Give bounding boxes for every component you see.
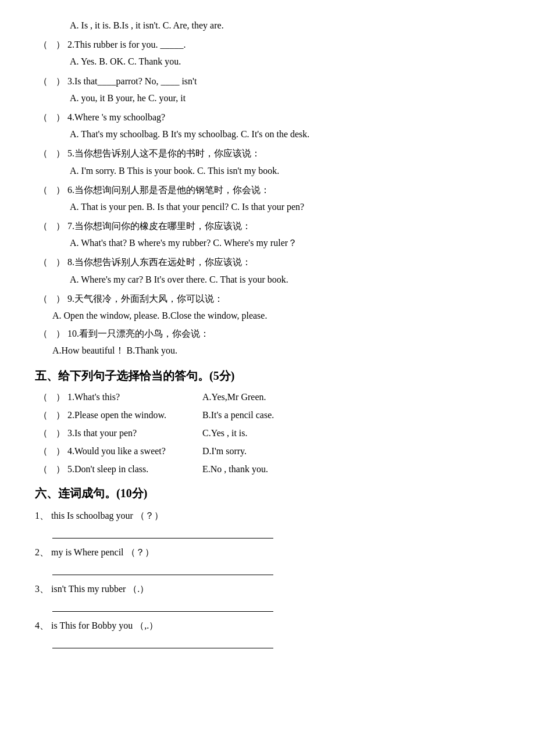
s5-q4-answer: D.I'm sorry.	[202, 443, 247, 459]
question-content-8: 当你想告诉别人东西在远处时，你应该说：	[74, 254, 251, 270]
s6-item4-num: 4、	[35, 621, 49, 630]
answer-text-2: A. Yes. B. OK. C. Thank you.	[70, 56, 181, 66]
s5-q2-num: 2.	[67, 407, 74, 423]
paren-close-10: ）	[56, 326, 65, 341]
s5-q4: （ ） 4. Would you like a sweet? D.I'm sor…	[35, 443, 500, 459]
s5-paren-close-2: ）	[56, 407, 65, 423]
s5-paren-open-2: （	[35, 407, 51, 423]
s5-q2-answer: B.It's a pencil case.	[202, 407, 274, 423]
s6-item3-words: isn't This my rubber （.）	[51, 584, 149, 594]
section5-header: 五、给下列句子选择恰当的答句。(5分)	[35, 366, 500, 386]
s5-paren-close-4: ）	[56, 443, 65, 459]
question-number-3: 3.	[67, 73, 74, 89]
s5-q3-text: Is that your pen?	[74, 425, 202, 441]
answer-text-6: A. That is your pen. B. Is that your pen…	[70, 202, 304, 212]
answer-row-6: A. That is your pen. B. Is that your pen…	[35, 199, 500, 215]
question-row-3: （ ） 3. Is that____parrot? No, ____ isn't	[35, 73, 500, 89]
s5-paren-open-4: （	[35, 443, 51, 459]
question-row-9: （ ） 9. 天气很冷，外面刮大风，你可以说：	[35, 291, 500, 306]
s5-q1-text: What's this?	[74, 389, 202, 405]
paren-close-7: ）	[56, 218, 65, 234]
answer-text-3: A. you, it B your, he C. your, it	[70, 93, 186, 103]
question-row-7: （ ） 7. 当你想询问你的橡皮在哪里时，你应该说：	[35, 218, 500, 234]
paren-close-9: ）	[56, 291, 65, 306]
answer-text-7: A. What's that? B where's my rubber? C. …	[70, 238, 297, 248]
s5-paren-close-5: ）	[56, 461, 65, 477]
question-row-5: （ ） 5. 当你想告诉别人这不是你的书时，你应该说：	[35, 145, 500, 161]
paren-open-3: （	[35, 73, 51, 89]
paren-space-10	[51, 326, 56, 341]
s5-paren-open-1: （	[35, 389, 51, 405]
question-block-4: （ ） 4. Where 's my schoolbag? A. That's …	[35, 109, 500, 142]
s5-paren-close-3: ）	[56, 425, 65, 441]
answer-row-9: A. Open the window, please. B.Close the …	[35, 308, 500, 323]
s5-paren-close-1: ）	[56, 389, 65, 405]
paren-close-8: ）	[56, 254, 65, 270]
s6-item4: 4、 is This for Bobby you （,.）	[35, 618, 500, 648]
paren-open-5: （	[35, 145, 51, 161]
answer-text-10: A.How beautiful！ B.Thank you.	[52, 345, 177, 355]
s6-item3-line	[52, 600, 273, 612]
question-number-10: 10.	[67, 326, 79, 341]
s5-paren-open-5: （	[35, 461, 51, 477]
paren-space-9	[51, 291, 56, 306]
question-content-10: 看到一只漂亮的小鸟，你会说：	[79, 326, 209, 341]
paren-close-2: ）	[56, 37, 65, 52]
paren-close-3: ）	[56, 73, 65, 89]
section6-header: 六、连词成句。(10分)	[35, 483, 500, 503]
s5-q1-num: 1.	[67, 389, 74, 405]
answer-text-8: A. Where's my car? B It's over there. C.…	[70, 274, 288, 284]
paren-close-4: ）	[56, 109, 65, 125]
s5-q5-answer: E.No , thank you.	[202, 461, 268, 477]
s6-item1-num: 1、	[35, 511, 49, 520]
question-block-7: （ ） 7. 当你想询问你的橡皮在哪里时，你应该说： A. What's tha…	[35, 218, 500, 251]
s6-item4-line	[52, 637, 273, 648]
question-row-10: （ ） 10. 看到一只漂亮的小鸟，你会说：	[35, 326, 500, 341]
answer-text-4: A. That's my schoolbag. B It's my school…	[70, 129, 309, 139]
question-block-2: （ ） 2. This rubber is for you. _____. A.…	[35, 37, 500, 69]
s6-item3-num: 3、	[35, 584, 49, 594]
s6-item1-words: this Is schoolbag your （？）	[51, 511, 163, 520]
paren-open-10: （	[35, 326, 51, 341]
s5-q3: （ ） 3. Is that your pen? C.Yes , it is.	[35, 425, 500, 441]
s6-item1-line	[52, 527, 273, 539]
paren-open-9: （	[35, 291, 51, 306]
question-number-9: 9.	[67, 291, 74, 306]
paren-open-6: （	[35, 182, 51, 198]
answer-text-0: A. Is , it is. B.Is , it isn't. C. Are, …	[70, 20, 224, 30]
question-number-4: 4.	[67, 109, 74, 125]
s6-item2-words: my is Where pencil （？）	[51, 547, 154, 557]
paren-open-2: （	[35, 37, 51, 52]
s6-item4-row: 4、 is This for Bobby you （,.）	[35, 618, 500, 633]
s5-q5-num: 5.	[67, 461, 74, 477]
answer-row-7: A. What's that? B where's my rubber? C. …	[35, 235, 500, 251]
s5-q3-row: （ ） 3. Is that your pen? C.Yes , it is.	[35, 425, 500, 441]
answer-text-5: A. I'm sorry. B This is your book. C. Th…	[70, 166, 279, 176]
question-block-5: （ ） 5. 当你想告诉别人这不是你的书时，你应该说： A. I'm sorry…	[35, 145, 500, 178]
question-number-5: 5.	[67, 145, 74, 161]
question-text-2: 2.	[67, 37, 74, 52]
s6-item2: 2、 my is Where pencil （？）	[35, 544, 500, 575]
s5-q2-text: Please open the window.	[74, 407, 202, 423]
answer-row-2: A. Yes. B. OK. C. Thank you.	[35, 54, 500, 69]
answer-text-9: A. Open the window, please. B.Close the …	[52, 311, 267, 320]
question-number-8: 8.	[67, 254, 74, 270]
paren-open-4: （	[35, 109, 51, 125]
answer-row-5: A. I'm sorry. B This is your book. C. Th…	[35, 163, 500, 179]
s5-q1: （ ） 1. What's this? A.Yes,Mr Green.	[35, 389, 500, 405]
paren-open-7: （	[35, 218, 51, 234]
s5-q5: （ ） 5. Don't sleep in class. E.No , than…	[35, 461, 500, 477]
question-content-3: Is that____parrot? No, ____ isn't	[74, 73, 197, 89]
s6-item2-row: 2、 my is Where pencil （？）	[35, 544, 500, 560]
question-row-2: （ ） 2. This rubber is for you. _____.	[35, 37, 500, 52]
paren-open-8: （	[35, 254, 51, 270]
paren-space-8	[51, 254, 56, 270]
answer-row-8: A. Where's my car? B It's over there. C.…	[35, 272, 500, 287]
s5-q3-answer: C.Yes , it is.	[202, 425, 248, 441]
s5-q4-text: Would you like a sweet?	[74, 443, 202, 459]
answer-row-10: A.How beautiful！ B.Thank you.	[35, 343, 500, 358]
paren-space-7	[51, 218, 56, 234]
s5-q5-row: （ ） 5. Don't sleep in class. E.No , than…	[35, 461, 500, 477]
question-content-4: Where 's my schoolbag?	[74, 109, 165, 125]
s5-q4-row: （ ） 4. Would you like a sweet? D.I'm sor…	[35, 443, 500, 459]
